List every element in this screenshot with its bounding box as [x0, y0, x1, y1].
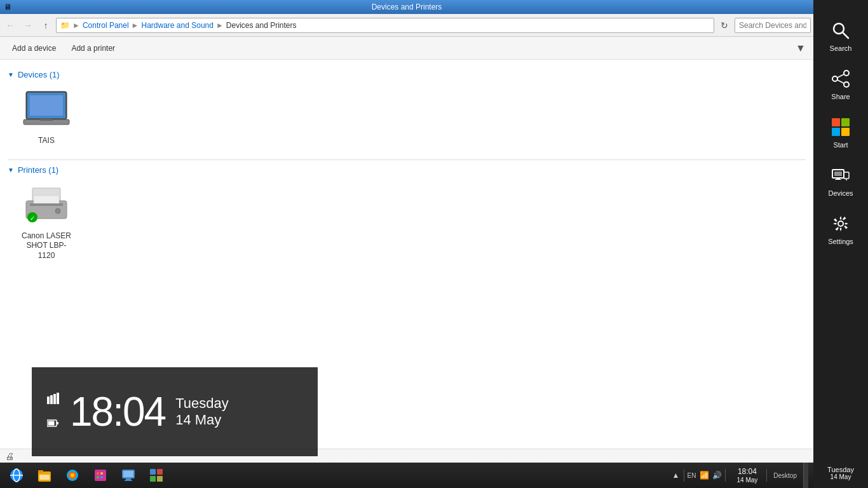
- section-divider: [8, 159, 806, 160]
- tray-separator-1: [684, 469, 684, 482]
- svg-rect-16: [38, 470, 43, 473]
- device-tais-label: TAIS: [38, 136, 55, 146]
- back-button[interactable]: ←: [3, 18, 18, 33]
- svg-text:✓: ✓: [30, 215, 35, 222]
- tray-separator-3: [766, 469, 767, 482]
- charm-start[interactable]: Start: [813, 105, 868, 154]
- address-bar: ← → ↑ 📁 ► Control Panel ► Hardware and S…: [0, 14, 813, 37]
- taskbar-desktop-label[interactable]: Desktop: [771, 472, 799, 479]
- show-desktop-button[interactable]: [803, 463, 808, 488]
- search-charm-label: Search: [830, 44, 852, 52]
- breadcrumb-control-panel[interactable]: Control Panel: [83, 21, 129, 30]
- taskbar-time-display: 18:04: [738, 467, 757, 476]
- tray-network-icon[interactable]: 📶: [700, 470, 710, 480]
- network-status-icon: [47, 393, 60, 407]
- start-charm-label: Start: [833, 141, 848, 149]
- refresh-button[interactable]: ↻: [717, 18, 732, 33]
- charm-devices[interactable]: Devices: [813, 154, 868, 202]
- svg-line-40: [837, 80, 844, 83]
- charm-search[interactable]: Search: [813, 0, 868, 57]
- window-icon: 🖥: [4, 3, 11, 11]
- taskbar-app-icons: [0, 463, 170, 488]
- tray-expand-icon[interactable]: ▲: [671, 470, 681, 480]
- win-logo-red: [832, 118, 840, 126]
- svg-rect-48: [47, 396, 50, 404]
- taskbar-clock[interactable]: 18:04 14 May: [732, 467, 763, 483]
- svg-point-20: [71, 473, 74, 477]
- svg-point-37: [832, 76, 837, 81]
- breadcrumb-icon: 📁: [60, 21, 70, 30]
- toolbar: Add a device Add a printer ▼: [0, 37, 813, 60]
- expand-button[interactable]: ▼: [793, 41, 808, 56]
- svg-point-23: [100, 472, 103, 475]
- share-charm-label: Share: [831, 93, 850, 100]
- svg-rect-8: [34, 196, 59, 203]
- windows-logo: [832, 118, 850, 136]
- devices-section-header[interactable]: ▼ Devices (1): [8, 70, 806, 79]
- win-logo-blue: [832, 128, 840, 136]
- printers-collapse-arrow: ▼: [8, 166, 14, 173]
- printer-icon: ✓: [21, 184, 72, 229]
- taskbar-firefox-icon[interactable]: [58, 463, 86, 488]
- taskbar-computer-icon[interactable]: [114, 463, 142, 488]
- control-panel-svg: [149, 468, 164, 483]
- printer-canon-label: Canon LASER SHOT LBP-1120: [21, 231, 72, 261]
- svg-point-11: [55, 208, 60, 214]
- breadcrumb: 📁 ► Control Panel ► Hardware and Sound ►…: [56, 18, 714, 33]
- explorer-svg: [37, 468, 52, 483]
- up-button[interactable]: ↑: [38, 18, 53, 33]
- add-device-button[interactable]: Add a device: [5, 39, 63, 57]
- svg-rect-50: [53, 394, 56, 404]
- svg-point-47: [838, 221, 843, 226]
- taskbar-explorer-icon[interactable]: [31, 463, 58, 488]
- device-tais[interactable]: TAIS: [18, 86, 75, 149]
- date-display-month: 14 May: [175, 412, 229, 428]
- date-display: Tuesday 14 May: [175, 395, 229, 428]
- charm-settings[interactable]: Settings: [813, 202, 868, 250]
- svg-rect-28: [126, 478, 131, 480]
- win-logo-green: [841, 118, 850, 126]
- add-printer-button[interactable]: Add a printer: [64, 39, 122, 57]
- taskbar-right: ▲ EN 📶 🔊 18:04 14 May Desktop: [668, 463, 813, 488]
- charm-share[interactable]: Share: [813, 57, 868, 105]
- printers-section-header[interactable]: ▼ Printers (1): [8, 165, 806, 175]
- svg-rect-45: [844, 172, 849, 179]
- breadcrumb-hardware[interactable]: Hardware and Sound: [142, 21, 214, 30]
- add-device-label: Add a device: [12, 44, 56, 53]
- taskbar-date-display: 14 May: [737, 477, 758, 484]
- tray-separator-2: [725, 469, 726, 482]
- svg-rect-42: [834, 172, 842, 176]
- svg-line-35: [843, 32, 848, 38]
- svg-point-36: [844, 71, 849, 76]
- svg-rect-27: [123, 471, 133, 477]
- svg-rect-21: [95, 470, 106, 481]
- search-input[interactable]: [735, 18, 811, 33]
- printers-section-title: Printers (1): [18, 165, 58, 175]
- laptop-icon: [21, 89, 72, 133]
- svg-rect-51: [57, 393, 59, 404]
- svg-rect-30: [150, 469, 156, 475]
- svg-rect-2: [30, 95, 63, 116]
- window-title: Devices and Printers: [372, 3, 442, 11]
- taskbar-control-panel-icon[interactable]: [142, 463, 170, 488]
- time-overlay: 18:04 Tuesday 14 May: [32, 367, 318, 456]
- forward-button[interactable]: →: [20, 18, 36, 33]
- svg-point-25: [100, 476, 103, 478]
- system-tray: ▲ EN 📶 🔊: [668, 469, 728, 482]
- firefox-svg: [65, 468, 80, 483]
- svg-point-22: [97, 472, 99, 475]
- ie-svg: [9, 468, 24, 483]
- tray-language-icon[interactable]: EN: [687, 470, 697, 480]
- printer-canon[interactable]: ✓ Canon LASER SHOT LBP-1120: [18, 181, 75, 264]
- tray-sound-icon[interactable]: 🔊: [712, 470, 722, 480]
- taskbar-paint-icon[interactable]: [86, 463, 114, 488]
- start-charm-icon: [829, 116, 852, 139]
- taskbar-ie-icon[interactable]: [3, 463, 31, 488]
- computer-svg: [121, 468, 136, 483]
- devices-collapse-arrow: ▼: [8, 71, 14, 78]
- settings-charm-icon: [829, 212, 852, 235]
- devices-charm-icon: [829, 164, 852, 187]
- svg-rect-17: [39, 475, 50, 480]
- devices-section-title: Devices (1): [18, 70, 60, 79]
- title-bar: 🖥 Devices and Printers: [0, 0, 813, 14]
